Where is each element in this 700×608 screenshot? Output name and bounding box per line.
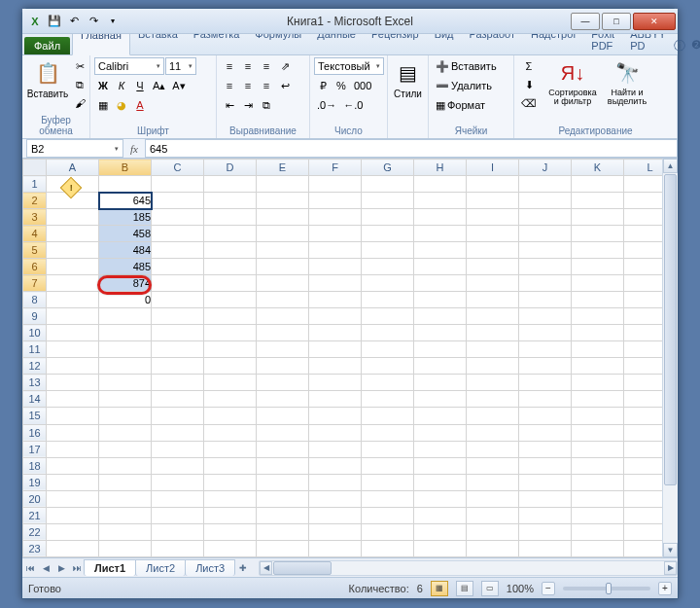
cell-I21[interactable] bbox=[467, 507, 519, 523]
merge-icon[interactable]: ⧉ bbox=[258, 96, 275, 114]
cell-H13[interactable] bbox=[414, 375, 467, 391]
cell-I12[interactable] bbox=[467, 358, 519, 375]
cell-J6[interactable] bbox=[519, 259, 572, 275]
cell-G19[interactable] bbox=[362, 474, 414, 490]
column-header-B[interactable]: B bbox=[99, 160, 152, 176]
cell-B5[interactable]: 484 bbox=[99, 242, 152, 259]
cell-H17[interactable] bbox=[414, 441, 467, 457]
cell-I9[interactable] bbox=[467, 308, 519, 325]
cell-E12[interactable] bbox=[257, 358, 309, 375]
row-header-3[interactable]: 3 bbox=[23, 209, 47, 226]
redo-icon[interactable]: ↷ bbox=[85, 13, 102, 30]
cell-C12[interactable] bbox=[152, 358, 204, 375]
cell-J18[interactable] bbox=[519, 457, 572, 474]
cell-A15[interactable] bbox=[47, 408, 99, 424]
cell-H2[interactable] bbox=[414, 193, 467, 209]
row-header-16[interactable]: 16 bbox=[23, 424, 47, 441]
help-unknown-icon[interactable]: ❷ bbox=[691, 38, 700, 54]
autosum-icon[interactable]: Σ bbox=[518, 57, 540, 75]
cell-F11[interactable] bbox=[309, 341, 362, 358]
font-color-icon[interactable]: A bbox=[131, 96, 149, 114]
cell-B16[interactable] bbox=[99, 424, 152, 441]
row-header-6[interactable]: 6 bbox=[23, 259, 47, 275]
cell-G3[interactable] bbox=[362, 209, 414, 226]
cell-A23[interactable] bbox=[47, 540, 99, 556]
cut-icon[interactable]: ✂ bbox=[71, 57, 88, 75]
cell-C9[interactable] bbox=[152, 308, 204, 325]
cell-B1[interactable] bbox=[99, 176, 152, 193]
number-format-select[interactable]: Текстовый▾ bbox=[314, 57, 384, 75]
bold-button[interactable]: Ж bbox=[94, 77, 112, 94]
row-header-1[interactable]: 1 bbox=[23, 176, 47, 193]
cell-D23[interactable] bbox=[204, 540, 257, 556]
cell-F3[interactable] bbox=[309, 209, 362, 226]
cell-F4[interactable] bbox=[309, 226, 362, 242]
cell-A4[interactable] bbox=[47, 226, 99, 242]
column-header-A[interactable]: A bbox=[47, 160, 99, 176]
formula-input[interactable]: 645 bbox=[145, 139, 678, 158]
cell-D5[interactable] bbox=[204, 242, 257, 259]
cell-B19[interactable] bbox=[99, 474, 152, 490]
cell-K11[interactable] bbox=[572, 341, 624, 358]
cell-K7[interactable] bbox=[572, 275, 624, 292]
cell-J4[interactable] bbox=[519, 226, 572, 242]
cell-A12[interactable] bbox=[47, 358, 99, 375]
vertical-scrollbar[interactable]: ▲ ▼ bbox=[662, 159, 678, 557]
vertical-scroll-thumb[interactable] bbox=[664, 174, 677, 485]
cell-F9[interactable] bbox=[309, 308, 362, 325]
column-header-J[interactable]: J bbox=[519, 160, 572, 176]
cell-I13[interactable] bbox=[467, 375, 519, 391]
cell-J12[interactable] bbox=[519, 358, 572, 375]
cell-D16[interactable] bbox=[204, 424, 257, 441]
column-header-H[interactable]: H bbox=[414, 160, 467, 176]
cell-H14[interactable] bbox=[414, 391, 467, 408]
cell-I5[interactable] bbox=[467, 242, 519, 259]
row-header-10[interactable]: 10 bbox=[23, 325, 47, 341]
cell-J1[interactable] bbox=[519, 176, 572, 193]
cell-J8[interactable] bbox=[519, 292, 572, 308]
cell-F23[interactable] bbox=[309, 540, 362, 556]
italic-button[interactable]: К bbox=[113, 77, 130, 94]
cell-C16[interactable] bbox=[152, 424, 204, 441]
cell-A17[interactable] bbox=[47, 441, 99, 457]
grow-font-icon[interactable]: A▴ bbox=[150, 77, 168, 94]
cell-I7[interactable] bbox=[467, 275, 519, 292]
new-sheet-icon[interactable]: ✚ bbox=[235, 560, 251, 576]
cell-F5[interactable] bbox=[309, 242, 362, 259]
cell-I10[interactable] bbox=[467, 325, 519, 341]
fill-icon[interactable]: ⬇ bbox=[518, 76, 540, 93]
cell-I4[interactable] bbox=[467, 226, 519, 242]
cell-G20[interactable] bbox=[362, 490, 414, 507]
row-header-13[interactable]: 13 bbox=[23, 375, 47, 391]
row-header-22[interactable]: 22 bbox=[23, 523, 47, 540]
cell-D1[interactable] bbox=[204, 176, 257, 193]
cell-F15[interactable] bbox=[309, 408, 362, 424]
cell-K9[interactable] bbox=[572, 308, 624, 325]
cell-G9[interactable] bbox=[362, 308, 414, 325]
cell-H8[interactable] bbox=[414, 292, 467, 308]
name-box[interactable]: B2▾ bbox=[26, 139, 123, 158]
cell-A10[interactable] bbox=[47, 325, 99, 341]
worksheet-grid[interactable]: ABCDEFGHIJKL1264531854458548464857874809… bbox=[22, 159, 678, 557]
cell-B23[interactable] bbox=[99, 540, 152, 556]
cell-H19[interactable] bbox=[414, 474, 467, 490]
cell-C17[interactable] bbox=[152, 441, 204, 457]
paste-button[interactable]: 📋 Вставить bbox=[26, 57, 69, 101]
cell-G12[interactable] bbox=[362, 358, 414, 375]
column-header-C[interactable]: C bbox=[152, 160, 204, 176]
cell-I17[interactable] bbox=[467, 441, 519, 457]
cell-E14[interactable] bbox=[257, 391, 309, 408]
cell-F7[interactable] bbox=[309, 275, 362, 292]
cell-D14[interactable] bbox=[204, 391, 257, 408]
align-top-icon[interactable]: ≡ bbox=[221, 57, 238, 75]
cell-E16[interactable] bbox=[257, 424, 309, 441]
cell-J17[interactable] bbox=[519, 441, 572, 457]
cell-B20[interactable] bbox=[99, 490, 152, 507]
percent-icon[interactable]: % bbox=[332, 77, 350, 94]
row-header-20[interactable]: 20 bbox=[23, 490, 47, 507]
cell-B9[interactable] bbox=[99, 308, 152, 325]
cell-E21[interactable] bbox=[257, 507, 309, 523]
cell-D17[interactable] bbox=[204, 441, 257, 457]
cell-C13[interactable] bbox=[152, 375, 204, 391]
cell-B2[interactable]: 645 bbox=[99, 193, 152, 209]
